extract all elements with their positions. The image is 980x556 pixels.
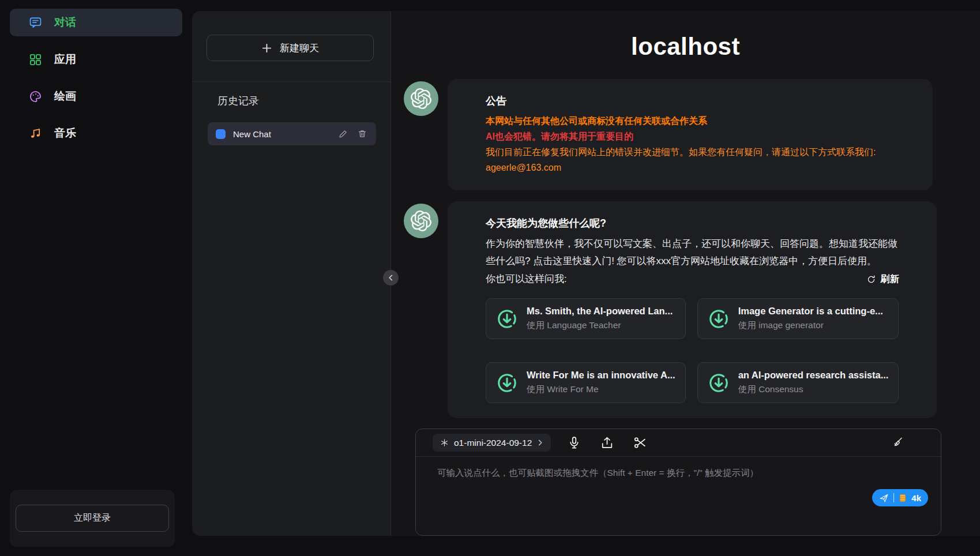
sparkle-icon xyxy=(440,438,449,447)
download-circle-icon xyxy=(708,372,730,394)
paper-plane-icon xyxy=(879,493,889,503)
send-button[interactable]: 4k xyxy=(872,489,928,506)
suggestion-card[interactable]: Ms. Smith, the AI-powered Lan... 使用 Lang… xyxy=(486,298,686,339)
announcement-line: 本网站与任何其他公司或商标没有任何关联或合作关系 xyxy=(486,113,895,129)
model-selector[interactable]: o1-mini-2024-09-12 xyxy=(433,434,551,452)
chevron-right-icon xyxy=(537,439,543,446)
login-container: 立即登录 xyxy=(10,490,175,547)
download-circle-icon xyxy=(708,308,730,330)
refresh-suggestions-button[interactable]: 刷新 xyxy=(866,273,899,285)
chat-color-chip xyxy=(216,129,226,139)
sidebar-item-music[interactable]: 音乐 xyxy=(10,119,182,147)
prompt-hint-row: 你也可以这样问我: 刷新 xyxy=(486,271,899,288)
token-count: 4k xyxy=(911,493,921,503)
sidebar-item-label: 应用 xyxy=(54,52,76,67)
sidebar-item-chat[interactable]: 对话 xyxy=(10,9,182,36)
contact-email-link[interactable]: ageerle@163.com xyxy=(486,160,895,175)
history-item-title: New Chat xyxy=(233,129,330,139)
suggestion-subtitle: 使用 Language Teacher xyxy=(527,320,673,332)
badge-divider xyxy=(893,493,894,502)
pencil-icon xyxy=(339,129,348,138)
sidebar-item-label: 对话 xyxy=(54,15,76,30)
composer-toolbar: o1-mini-2024-09-12 xyxy=(416,429,941,457)
suggestion-subtitle: 使用 Consensus xyxy=(738,384,889,396)
assistant-body-text: 作为你的智慧伙伴，我不仅可以写文案、出点子，还可以和你聊天、回答问题。想知道我还… xyxy=(486,235,899,270)
chat-list-panel: 新建聊天 历史记录 New Chat xyxy=(192,11,391,536)
edit-chat-button[interactable] xyxy=(337,128,349,140)
history-title: 历史记录 xyxy=(217,94,259,108)
apps-grid-icon xyxy=(29,53,42,66)
music-note-icon xyxy=(29,127,42,140)
sidebar-item-label: 绘画 xyxy=(54,89,76,104)
new-chat-label: 新建聊天 xyxy=(280,42,319,55)
suggestion-subtitle: 使用 Write For Me xyxy=(527,384,675,396)
upload-file-button[interactable] xyxy=(598,433,617,452)
chevron-left-icon xyxy=(387,274,395,281)
chat-bubble-icon xyxy=(29,16,42,29)
ask-hint-text: 你也可以这样问我: xyxy=(486,271,567,288)
history-item-new-chat[interactable]: New Chat xyxy=(208,122,376,145)
suggestion-title: Ms. Smith, the AI-powered Lan... xyxy=(527,306,673,317)
sidebar: 对话 应用 绘画 xyxy=(0,0,192,556)
clear-context-button[interactable] xyxy=(888,434,906,452)
assistant-bubble: 今天我能为您做些什么呢? 作为你的智慧伙伴，我不仅可以写文案、出点子，还可以和你… xyxy=(448,201,937,418)
main-panel: localhost 公告 本网站与任何其他公司或商标没有任何关联或合作关系 AI… xyxy=(391,11,980,536)
openai-logo-icon xyxy=(411,211,431,231)
download-circle-icon xyxy=(496,372,518,394)
login-button[interactable]: 立即登录 xyxy=(16,505,169,532)
suggestion-title: an AI-powered research assista... xyxy=(738,370,889,381)
sidebar-item-label: 音乐 xyxy=(54,126,76,141)
suggestion-subtitle: 使用 image generator xyxy=(738,320,883,332)
refresh-icon xyxy=(866,275,876,284)
scissors-icon xyxy=(633,435,647,450)
broom-icon xyxy=(890,436,904,450)
microphone-icon xyxy=(567,435,581,450)
composer: o1-mini-2024-09-12 xyxy=(415,429,941,536)
screenshot-crop-button[interactable] xyxy=(630,433,649,452)
suggestion-card-texts: an AI-powered research assista... 使用 Con… xyxy=(738,370,889,396)
plus-icon xyxy=(261,43,272,54)
suggestion-card[interactable]: Write For Me is an innovative A... 使用 Wr… xyxy=(486,362,686,403)
suggestion-card-texts: Image Generator is a cutting-e... 使用 ima… xyxy=(738,306,883,332)
upload-icon xyxy=(600,435,614,450)
palette-icon xyxy=(29,90,42,103)
suggestion-card[interactable]: an AI-powered research assista... 使用 Con… xyxy=(697,362,899,403)
assistant-heading: 今天我能为您做些什么呢? xyxy=(486,216,899,230)
suggestion-card[interactable]: Image Generator is a cutting-e... 使用 ima… xyxy=(697,298,899,339)
coin-icon xyxy=(899,494,907,502)
avatar xyxy=(404,204,438,238)
suggestion-cards: Ms. Smith, the AI-powered Lan... 使用 Lang… xyxy=(486,298,899,403)
sidebar-nav: 对话 应用 绘画 xyxy=(0,0,192,147)
voice-input-button[interactable] xyxy=(565,433,584,452)
assistant-message: 今天我能为您做些什么呢? 作为你的智慧伙伴，我不仅可以写文案、出点子，还可以和你… xyxy=(404,201,933,418)
download-circle-icon xyxy=(496,308,518,330)
divider xyxy=(192,81,391,82)
sidebar-item-apps[interactable]: 应用 xyxy=(10,46,182,73)
avatar xyxy=(404,81,438,116)
trash-icon xyxy=(358,129,367,138)
announcement-line: AI也会犯错。请勿将其用于重要目的 xyxy=(486,129,895,144)
message-input[interactable] xyxy=(416,457,941,535)
announcement-heading: 公告 xyxy=(486,94,895,108)
refresh-label: 刷新 xyxy=(880,273,899,285)
suggestion-title: Image Generator is a cutting-e... xyxy=(738,306,883,317)
delete-chat-button[interactable] xyxy=(356,128,368,140)
sidebar-item-drawing[interactable]: 绘画 xyxy=(10,82,182,110)
announcement-line: 我们目前正在修复我们网站上的错误并改进细节。如果您有任何疑问，请通过以下方式联系… xyxy=(486,144,895,160)
suggestion-card-texts: Ms. Smith, the AI-powered Lan... 使用 Lang… xyxy=(527,306,673,332)
openai-logo-icon xyxy=(411,88,431,109)
suggestion-card-texts: Write For Me is an innovative A... 使用 Wr… xyxy=(527,370,675,396)
model-name: o1-mini-2024-09-12 xyxy=(454,438,532,448)
suggestion-title: Write For Me is an innovative A... xyxy=(527,370,675,381)
announcement-bubble: 公告 本网站与任何其他公司或商标没有任何关联或合作关系 AI也会犯错。请勿将其用… xyxy=(448,79,933,190)
page-title: localhost xyxy=(391,33,980,61)
new-chat-button[interactable]: 新建聊天 xyxy=(206,35,374,61)
announcement-message: 公告 本网站与任何其他公司或商标没有任何关联或合作关系 AI也会犯错。请勿将其用… xyxy=(404,79,933,190)
collapse-sidebar-button[interactable] xyxy=(383,270,399,285)
